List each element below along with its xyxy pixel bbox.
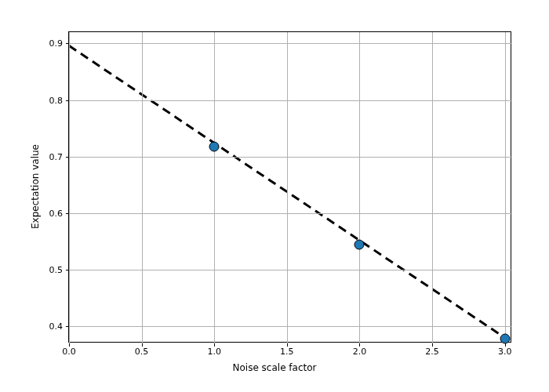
- grid-line: [69, 270, 512, 270]
- grid-line: [69, 157, 512, 158]
- grid-line: [214, 32, 215, 343]
- x-tick-label: 2.5: [425, 347, 439, 357]
- grid-line: [69, 43, 512, 44]
- y-tick-label: 0.7: [49, 151, 64, 162]
- y-tick: [66, 100, 69, 101]
- grid-line: [142, 32, 143, 343]
- y-tick: [66, 270, 69, 270]
- y-tick-label: 0.4: [49, 321, 64, 332]
- grid-line: [505, 32, 506, 343]
- y-tick: [66, 157, 69, 158]
- grid-line: [287, 32, 288, 343]
- x-tick-label: 2.0: [353, 347, 367, 357]
- grid-line: [359, 32, 360, 343]
- data-point: [354, 239, 365, 249]
- grid-line: [69, 326, 512, 327]
- y-tick: [66, 213, 69, 214]
- data-point: [209, 141, 220, 151]
- y-tick-label: 0.8: [49, 95, 64, 105]
- x-tick-label: 1.0: [207, 347, 221, 357]
- y-axis-label: Expectation value: [30, 144, 41, 229]
- y-tick-label: 0.5: [49, 265, 64, 275]
- y-tick-label: 0.6: [49, 208, 64, 218]
- figure: 0.00.51.01.52.02.53.00.40.50.60.70.80.9 …: [0, 0, 549, 392]
- y-tick-label: 0.9: [49, 38, 64, 49]
- x-tick-label: 0.0: [62, 347, 76, 357]
- plot-area: 0.00.51.01.52.02.53.00.40.50.60.70.80.9: [68, 31, 511, 343]
- y-tick: [66, 326, 69, 327]
- x-tick-label: 0.5: [135, 347, 149, 357]
- grid-line: [69, 32, 70, 343]
- line-layer: [69, 32, 512, 343]
- grid-line: [432, 32, 433, 343]
- x-tick-label: 3.0: [498, 347, 512, 357]
- y-tick: [66, 43, 69, 44]
- data-point: [500, 334, 510, 344]
- grid-line: [69, 213, 512, 214]
- x-tick-label: 1.5: [280, 347, 294, 357]
- x-axis-label: Noise scale factor: [233, 362, 317, 373]
- grid-line: [69, 100, 512, 101]
